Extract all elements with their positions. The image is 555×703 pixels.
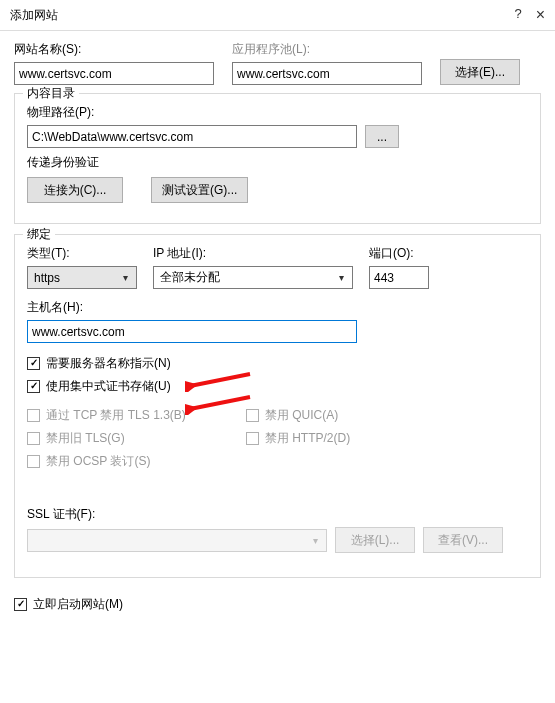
ssl-select-button: 选择(L)... — [335, 527, 415, 553]
physical-path-label: 物理路径(P): — [27, 104, 528, 121]
type-select[interactable]: https ▾ — [27, 266, 137, 289]
cb-quic-row: 禁用 QUIC(A) — [246, 407, 350, 424]
checkbox-icon — [246, 409, 259, 422]
test-settings-button[interactable]: 测试设置(G)... — [151, 177, 248, 203]
host-label: 主机名(H): — [27, 299, 528, 316]
host-input[interactable] — [27, 320, 357, 343]
checkbox-checked-icon — [27, 380, 40, 393]
app-pool-label: 应用程序池(L): — [232, 41, 422, 58]
ip-label: IP 地址(I): — [153, 245, 353, 262]
content-dir-legend: 内容目录 — [23, 85, 79, 102]
checkbox-icon — [27, 432, 40, 445]
cb-http2-row: 禁用 HTTP/2(D) — [246, 430, 350, 447]
cb-oldtls-label: 禁用旧 TLS(G) — [46, 430, 125, 447]
binding-legend: 绑定 — [23, 226, 55, 243]
cb-tls13-label: 通过 TCP 禁用 TLS 1.3(B) — [46, 407, 186, 424]
cb-sni-label: 需要服务器名称指示(N) — [46, 355, 171, 372]
type-value: https — [34, 271, 60, 285]
ip-select[interactable]: 全部未分配 ▾ — [153, 266, 353, 289]
checkbox-icon — [246, 432, 259, 445]
help-icon[interactable]: ? — [514, 6, 521, 24]
start-site-row[interactable]: 立即启动网站(M) — [0, 588, 555, 621]
start-site-label: 立即启动网站(M) — [33, 596, 123, 613]
title-bar: 添加网站 ? × — [0, 0, 555, 31]
binding-fieldset: 绑定 类型(T): https ▾ IP 地址(I): 全部未分配 ▾ 端口(O… — [14, 234, 541, 578]
cb-tls13-row: 通过 TCP 禁用 TLS 1.3(B) — [27, 407, 186, 424]
browse-button[interactable]: ... — [365, 125, 399, 148]
window-controls: ? × — [514, 6, 545, 24]
port-input[interactable] — [369, 266, 429, 289]
ssl-cert-select: ▾ — [27, 529, 327, 552]
cb-ccs-row[interactable]: 使用集中式证书存储(U) — [27, 378, 528, 395]
ssl-view-button: 查看(V)... — [423, 527, 503, 553]
checkbox-checked-icon — [27, 357, 40, 370]
cb-sni-row[interactable]: 需要服务器名称指示(N) — [27, 355, 528, 372]
type-label: 类型(T): — [27, 245, 137, 262]
top-row: 网站名称(S): 应用程序池(L): 选择(E)... — [14, 41, 541, 85]
window-title: 添加网站 — [10, 7, 58, 24]
physical-path-input[interactable] — [27, 125, 357, 148]
chevron-down-icon: ▾ — [116, 267, 134, 288]
select-app-pool-button[interactable]: 选择(E)... — [440, 59, 520, 85]
cb-ocsp-label: 禁用 OCSP 装订(S) — [46, 453, 150, 470]
close-icon[interactable]: × — [536, 6, 545, 24]
cb-ccs-label: 使用集中式证书存储(U) — [46, 378, 171, 395]
site-name-input[interactable] — [14, 62, 214, 85]
chevron-down-icon: ▾ — [332, 267, 350, 288]
content-dir-fieldset: 内容目录 物理路径(P): ... 传递身份验证 连接为(C)... 测试设置(… — [14, 93, 541, 224]
port-label: 端口(O): — [369, 245, 429, 262]
cb-oldtls-row: 禁用旧 TLS(G) — [27, 430, 186, 447]
checkbox-checked-icon — [14, 598, 27, 611]
connect-as-button[interactable]: 连接为(C)... — [27, 177, 123, 203]
site-name-label: 网站名称(S): — [14, 41, 214, 58]
cb-quic-label: 禁用 QUIC(A) — [265, 407, 338, 424]
ssl-cert-label: SSL 证书(F): — [27, 506, 528, 523]
app-pool-input[interactable] — [232, 62, 422, 85]
checkbox-icon — [27, 409, 40, 422]
checkbox-icon — [27, 455, 40, 468]
passthrough-label: 传递身份验证 — [27, 154, 528, 171]
cb-ocsp-row: 禁用 OCSP 装订(S) — [27, 453, 186, 470]
chevron-down-icon: ▾ — [306, 530, 324, 551]
ip-value: 全部未分配 — [160, 269, 220, 286]
dialog-body: 网站名称(S): 应用程序池(L): 选择(E)... 内容目录 物理路径(P)… — [0, 31, 555, 578]
cb-http2-label: 禁用 HTTP/2(D) — [265, 430, 350, 447]
